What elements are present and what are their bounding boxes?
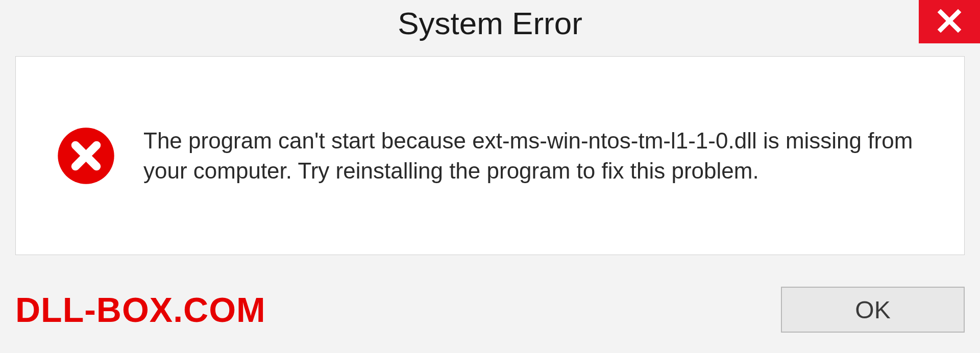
error-icon	[57, 127, 115, 185]
titlebar: System Error	[0, 0, 980, 51]
ok-button[interactable]: OK	[781, 287, 965, 333]
close-icon	[937, 8, 962, 36]
brand-watermark: DLL-BOX.COM	[15, 290, 266, 330]
dialog-title: System Error	[398, 5, 582, 41]
error-dialog: System Error The program can't start bec…	[0, 0, 980, 353]
dialog-footer: DLL-BOX.COM OK	[15, 282, 965, 338]
content-panel: The program can't start because ext-ms-w…	[15, 56, 965, 255]
ok-button-label: OK	[855, 296, 890, 324]
close-button[interactable]	[919, 0, 980, 43]
error-message: The program can't start because ext-ms-w…	[143, 125, 923, 186]
